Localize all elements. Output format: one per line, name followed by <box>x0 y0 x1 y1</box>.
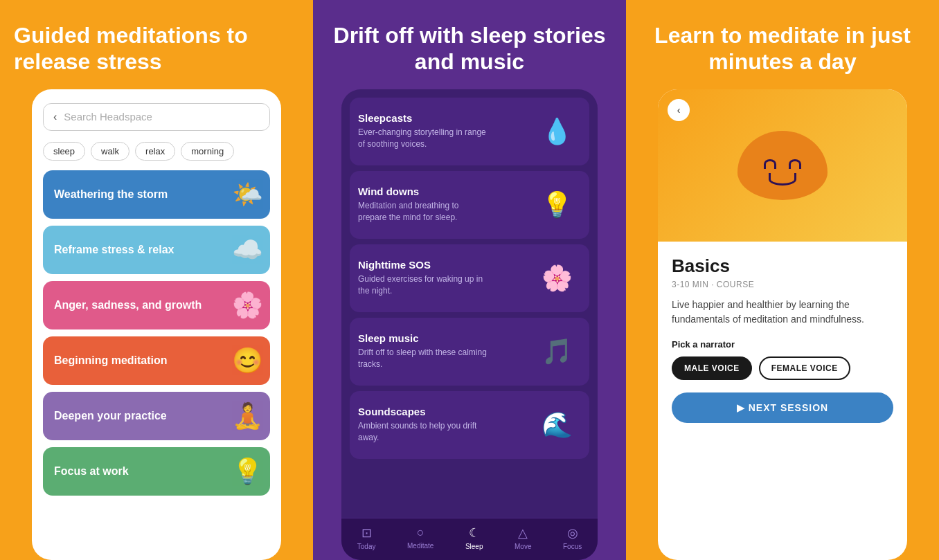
nav-item-focus[interactable]: ◎Focus <box>563 525 582 550</box>
menu-item-label: Anger, sadness, and growth <box>54 299 202 311</box>
narrator-label: Pick a narrator <box>672 339 893 350</box>
sleep-item-text: Nighttime SOSGuided exercises for waking… <box>358 259 490 297</box>
bottom-nav: ⊡Today○Meditate☾Sleep△Move◎Focus <box>341 518 598 560</box>
sleep-item-icon: 🎵 <box>533 327 581 376</box>
card-meta: 3-10 MIN · COURSE <box>672 280 893 289</box>
menu-item-icon: 🌤️ <box>232 180 263 209</box>
menu-items-list: Weathering the storm🌤️Reframe stress & r… <box>43 170 270 503</box>
menu-item[interactable]: Beginning meditation😊 <box>43 336 270 385</box>
male-voice-button[interactable]: MALE VOICE <box>672 356 752 380</box>
headspace-mascot <box>737 131 828 200</box>
menu-item-label: Deepen your practice <box>54 410 167 422</box>
panel-3: Learn to meditate in just minutes a day … <box>626 0 939 560</box>
sleep-item-desc: Ambient sounds to help you drift away. <box>358 420 490 444</box>
meditation-header: ‹ <box>658 89 907 242</box>
sleep-item-icon: 💧 <box>533 107 581 156</box>
sleep-item-icon: 🌸 <box>533 254 581 302</box>
sleep-item[interactable]: Nighttime SOSGuided exercises for waking… <box>350 244 589 312</box>
tag-item[interactable]: walk <box>91 142 129 161</box>
nav-label: Move <box>515 543 531 550</box>
menu-item-icon: 💡 <box>232 457 263 486</box>
next-session-button[interactable]: ▶ NEXT SESSION <box>672 392 893 423</box>
sleep-item[interactable]: SoundscapesAmbient sounds to help you dr… <box>350 391 589 459</box>
card-title: Basics <box>672 255 893 277</box>
card-body: Basics 3-10 MIN · COURSE Live happier an… <box>658 242 907 560</box>
tag-item[interactable]: morning <box>181 142 234 161</box>
nav-icon: ○ <box>417 525 424 540</box>
back-button[interactable]: ‹ <box>668 99 690 121</box>
face-smile <box>769 173 796 186</box>
menu-item[interactable]: Deepen your practice🧘 <box>43 392 270 440</box>
left-eye <box>764 159 776 169</box>
menu-item-icon: 😊 <box>232 346 263 375</box>
sleep-item-desc: Meditation and breathing to prepare the … <box>358 200 490 224</box>
sleep-item-text: SoundscapesAmbient sounds to help you dr… <box>358 406 490 444</box>
sleep-item-text: Sleep musicDrift off to sleep with these… <box>358 332 490 370</box>
female-voice-button[interactable]: FEMALE VOICE <box>759 356 850 380</box>
sleep-items-list: SleepcastsEver-changing storytelling in … <box>341 89 598 518</box>
sleep-item[interactable]: SleepcastsEver-changing storytelling in … <box>350 98 589 165</box>
face-eyes <box>764 159 801 169</box>
nav-icon: ⊡ <box>361 525 372 541</box>
back-arrow-icon: ‹ <box>53 111 57 123</box>
nav-item-today[interactable]: ⊡Today <box>357 525 376 550</box>
sleep-item[interactable]: Sleep musicDrift off to sleep with these… <box>350 318 589 386</box>
sleep-item-title: Sleepcasts <box>358 112 490 124</box>
panel-1-headline: Guided meditations to release stress <box>14 22 299 75</box>
panel-2-headline: Drift off with sleep stories and music <box>327 22 612 75</box>
sleep-item-title: Sleep music <box>358 332 490 344</box>
sleep-item-text: Wind downsMeditation and breathing to pr… <box>358 186 490 224</box>
sleep-item-desc: Drift off to sleep with these calming tr… <box>358 347 490 370</box>
menu-item-icon: ☁️ <box>232 235 263 264</box>
nav-item-sleep[interactable]: ☾Sleep <box>465 525 483 550</box>
nav-label: Focus <box>563 543 582 550</box>
tag-item[interactable]: sleep <box>43 142 85 161</box>
panel-3-headline: Learn to meditate in just minutes a day <box>640 22 925 75</box>
menu-item[interactable]: Reframe stress & relax☁️ <box>43 226 270 274</box>
sleep-item-desc: Guided exercises for waking up in the ni… <box>358 273 490 297</box>
sleep-item-icon: 💡 <box>533 181 581 229</box>
sleep-item[interactable]: Wind downsMeditation and breathing to pr… <box>350 171 589 239</box>
nav-label: Meditate <box>407 542 433 550</box>
sleep-item-text: SleepcastsEver-changing storytelling in … <box>358 112 490 150</box>
phone-3: ‹ Basics 3-10 MIN · COURSE Live happier … <box>658 89 907 560</box>
menu-item-label: Reframe stress & relax <box>54 244 174 256</box>
menu-item-label: Weathering the storm <box>54 188 168 201</box>
menu-item[interactable]: Anger, sadness, and growth🌸 <box>43 281 270 329</box>
menu-item[interactable]: Weathering the storm🌤️ <box>43 170 270 219</box>
nav-label: Today <box>357 543 376 550</box>
search-placeholder: Search Headspace <box>64 111 152 123</box>
sleep-item-title: Nighttime SOS <box>358 259 490 271</box>
menu-item-label: Focus at work <box>54 465 129 478</box>
panel-1: Guided meditations to release stress ‹ S… <box>0 0 313 560</box>
tags-row: sleepwalkrelaxmorning <box>43 142 270 161</box>
tag-item[interactable]: relax <box>135 142 175 161</box>
sleep-item-title: Wind downs <box>358 186 490 197</box>
nav-icon: ◎ <box>567 525 578 541</box>
menu-item-icon: 🌸 <box>232 291 263 320</box>
narrator-buttons: MALE VOICE FEMALE VOICE <box>672 356 893 380</box>
menu-item-icon: 🧘 <box>232 401 263 431</box>
sleep-item-icon: 🌊 <box>533 401 581 449</box>
face-head <box>737 131 828 200</box>
nav-icon: △ <box>518 525 528 541</box>
sleep-item-title: Soundscapes <box>358 406 490 417</box>
nav-item-move[interactable]: △Move <box>515 525 531 550</box>
card-description: Live happier and healthier by learning t… <box>672 298 893 327</box>
right-eye <box>789 159 801 169</box>
nav-icon: ☾ <box>469 525 480 541</box>
phone-1: ‹ Search Headspace sleepwalkrelaxmorning… <box>32 89 281 560</box>
menu-item[interactable]: Focus at work💡 <box>43 447 270 496</box>
search-bar[interactable]: ‹ Search Headspace <box>43 103 270 131</box>
nav-item-meditate[interactable]: ○Meditate <box>407 525 433 550</box>
nav-label: Sleep <box>465 543 483 550</box>
panel-2: Drift off with sleep stories and music S… <box>313 0 626 560</box>
menu-item-label: Beginning meditation <box>54 354 168 367</box>
sleep-item-desc: Ever-changing storytelling in range of s… <box>358 127 490 150</box>
phone-2: SleepcastsEver-changing storytelling in … <box>341 89 598 560</box>
